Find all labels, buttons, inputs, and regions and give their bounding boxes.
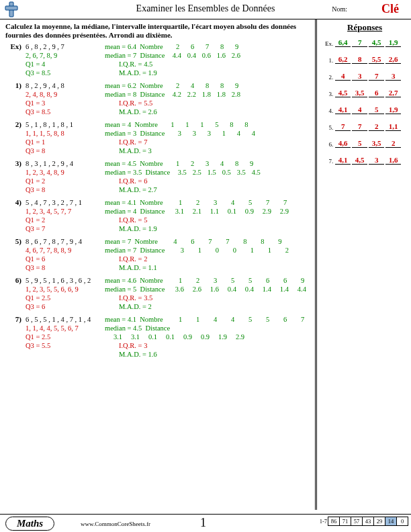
svg-rect-1 [5,6,17,10]
problem-row: 7) 6 , 5 , 5 , 1 , 4 , 7 , 1 , 4 1, 1, 4… [5,315,310,359]
problem-stats: mean = 4.1 Nombre 11445567 median = 4.5 … [105,315,310,359]
problem-row: Ex) 6 , 8 , 2 , 9 , 7 2, 6, 7, 8, 9 Q1 =… [5,42,310,77]
problem-data: 5 , 9 , 5 , 1 , 6 , 3 , 6 , 2 1, 2, 3, 5… [26,276,105,311]
problem-row: 3) 8 , 3 , 1 , 2 , 9 , 4 1, 2, 3, 4, 8, … [5,159,310,194]
problem-number: 6) [5,276,26,311]
problem-data: 8 , 2 , 9 , 4 , 8 2, 4, 8, 8, 9 Q1 = 3 Q… [26,81,105,116]
answer-row: 7. 4,14,531,6 [322,156,407,165]
problem-number: 2) [5,120,26,155]
problem-number: 1) [5,81,26,116]
page-number: 1 [200,516,206,530]
problem-number: 4) [5,198,26,233]
problem-data: 5 , 4 , 7 , 3 , 2 , 7 , 1 1, 2, 3, 4, 5,… [26,198,105,233]
problem-number: 3) [5,159,26,194]
problem-stats: mean = 7 Nombre 4677889 median = 7 Dista… [105,237,310,272]
problem-row: 1) 8 , 2 , 9 , 4 , 8 2, 4, 8, 8, 9 Q1 = … [5,81,310,116]
answer-key-label: Clé [381,2,399,16]
problem-stats: mean = 4 Nombre 111588 median = 3 Distan… [105,120,310,155]
name-label: Nom: [332,5,347,13]
answer-row: 3. 4,53,562,7 [322,89,407,97]
answer-row: 1. 6,285,52,6 [322,55,407,64]
score-scale: 1-7 8671574329140 [320,517,408,526]
scale-cell: 86 [328,517,340,526]
problem-stats: mean = 6.4 Nombre 26789 median = 7 Dista… [105,42,310,77]
problem-number: Ex) [5,42,26,77]
answer-row: 5. 7721,1 [322,122,407,131]
problem-number: 7) [5,315,26,359]
scale-cell: 57 [351,517,363,526]
problem-row: 2) 5 , 1 , 8 , 1 , 8 , 1 1, 1, 1, 5, 8, … [5,120,310,155]
scale-cell: 14 [385,517,397,526]
footer-url: www.CommonCoreSheets.fr [81,521,150,527]
problem-data: 6 , 8 , 2 , 9 , 7 2, 6, 7, 8, 9 Q1 = 4 Q… [26,42,105,77]
problem-row: 5) 8 , 6 , 7 , 8 , 7 , 9 , 4 4, 6, 7, 7,… [5,237,310,272]
problem-data: 5 , 1 , 8 , 1 , 8 , 1 1, 1, 1, 5, 8, 8 Q… [26,120,105,155]
answer-row: 2. 4373 [322,72,407,81]
problems-container: Ex) 6 , 8 , 2 , 9 , 7 2, 6, 7, 8, 9 Q1 =… [5,42,310,359]
answers-body: Ex. 6,474,51,9 1. 6,285,52,6 2. 4373 3. … [322,38,407,165]
scale-cell: 43 [362,517,374,526]
instructions: Calculez la moyenne, la médiane, l'inter… [5,22,310,40]
answer-row: 4. 4,1451,9 [322,105,407,114]
problem-data: 8 , 6 , 7 , 8 , 7 , 9 , 4 4, 6, 7, 7, 8,… [26,237,105,272]
problem-row: 4) 5 , 4 , 7 , 3 , 2 , 7 , 1 1, 2, 3, 4,… [5,198,310,233]
problem-stats: mean = 4.5 Nombre 123489 median = 3.5 Di… [105,159,310,194]
subject-badge: Maths [5,517,54,531]
page-title: Examiner les Ensembles de Données [0,0,411,14]
scale-cell: 29 [373,517,385,526]
scale-cell: 0 [396,517,408,526]
problem-stats: mean = 4.6 Nombre 12355669 median = 5 Di… [105,276,310,311]
problem-data: 6 , 5 , 5 , 1 , 4 , 7 , 1 , 4 1, 1, 4, 4… [26,315,105,359]
cross-icon [4,1,19,19]
problem-stats: mean = 4.1 Nombre 1234577 median = 4 Dis… [105,198,310,233]
problem-number: 5) [5,237,26,272]
answers-title: Réponses [322,22,407,33]
answer-row: Ex. 6,474,51,9 [322,38,407,47]
problem-stats: mean = 6.2 Nombre 24889 median = 8 Dista… [105,81,310,116]
scale-cell: 71 [339,517,351,526]
answer-row: 6. 4,653,52 [322,139,407,148]
problem-data: 8 , 3 , 1 , 2 , 9 , 4 1, 2, 3, 4, 8, 9 Q… [26,159,105,194]
problem-row: 6) 5 , 9 , 5 , 1 , 6 , 3 , 6 , 2 1, 2, 3… [5,276,310,311]
